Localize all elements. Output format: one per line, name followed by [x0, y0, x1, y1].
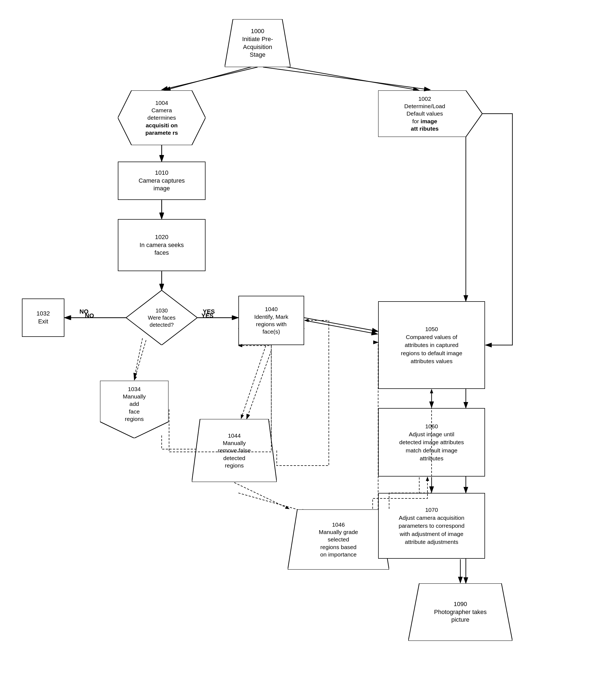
- node-1034-id: 1034: [128, 385, 141, 393]
- node-1030: 1030 Were facesdetected?: [126, 290, 197, 345]
- node-1044-label: Manuallyremove falsedetectedregions: [218, 439, 251, 469]
- label-yes: YES: [201, 312, 213, 319]
- node-1020-id: 1020: [155, 233, 169, 241]
- node-1004-label: Cameradeterminesacquisiti onparamete rs: [145, 106, 178, 136]
- node-1020-label: In camera seeksfaces: [140, 241, 184, 257]
- node-1050-id: 1050: [425, 325, 438, 333]
- node-1070-label: Adjust camera acquisitionparameters to c…: [399, 514, 464, 546]
- node-1034: 1034 Manuallyaddfaceregions: [100, 381, 169, 438]
- node-1044: 1044 Manuallyremove falsedetectedregions: [192, 419, 277, 482]
- node-1070: 1070 Adjust camera acquisitionparameters…: [378, 493, 485, 559]
- svg-line-38: [241, 346, 266, 419]
- node-1032: 1032 Exit: [22, 299, 64, 337]
- svg-line-28: [263, 67, 430, 90]
- node-1040: 1040 Identify, Markregions withface(s): [238, 296, 304, 345]
- node-1090: 1090 Photographer takespicture: [408, 583, 512, 641]
- svg-line-36: [134, 340, 146, 380]
- node-1046-id: 1046: [332, 521, 345, 528]
- node-1040-id: 1040: [265, 305, 278, 313]
- node-1044-id: 1044: [228, 432, 241, 439]
- node-1030-label: Were facesdetected?: [148, 314, 176, 328]
- node-1030-id: 1030: [155, 307, 168, 314]
- node-1050-label: Compared values ofattributes in captured…: [401, 333, 462, 365]
- svg-line-2: [164, 65, 258, 91]
- node-1004: 1004 Cameradeterminesacquisiti onparamet…: [118, 91, 206, 145]
- node-1010-label: Camera capturesimage: [139, 177, 185, 193]
- svg-line-27: [162, 67, 258, 90]
- node-1032-label: Exit: [38, 318, 48, 326]
- node-1034-label: Manuallyaddfaceregions: [123, 393, 146, 423]
- node-1000: 1000 Initiate Pre-AcquisitionStage: [225, 19, 290, 67]
- node-1046: 1046 Manually gradeselectedregions based…: [288, 509, 389, 570]
- node-1050: 1050 Compared values ofattributes in cap…: [378, 301, 485, 389]
- node-1020: 1020 In camera seeksfaces: [118, 219, 206, 271]
- svg-line-3: [277, 65, 419, 91]
- node-1004-id: 1004: [155, 99, 168, 106]
- label-no: NO: [85, 312, 94, 319]
- node-1060-label: Adjust image untildetected image attribu…: [399, 430, 464, 462]
- svg-line-15: [247, 351, 271, 419]
- node-1010: 1010 Camera capturesimage: [118, 161, 206, 200]
- svg-line-39: [234, 482, 289, 509]
- node-1060: 1060 Adjust image untildetected image at…: [378, 408, 485, 477]
- node-1046-label: Manually gradeselectedregions basedon im…: [319, 528, 358, 558]
- node-1002: 1002 Determine/LoadDefault valuesfor ima…: [378, 91, 482, 137]
- node-1032-id: 1032: [37, 310, 50, 318]
- node-1040-label: Identify, Markregions withface(s): [254, 313, 288, 335]
- node-1000-id: 1000: [251, 27, 264, 35]
- node-1090-id: 1090: [454, 600, 467, 608]
- node-1002-label: Determine/LoadDefault valuesfor imageatt…: [404, 102, 445, 132]
- svg-line-37: [305, 320, 378, 334]
- diagram-container: 1000 Initiate Pre-AcquisitionStage 1004 …: [0, 0, 599, 700]
- node-1010-id: 1010: [155, 169, 169, 177]
- node-1060-id: 1060: [425, 422, 438, 430]
- svg-line-10: [304, 318, 378, 331]
- node-1070-id: 1070: [425, 506, 438, 514]
- node-1090-label: Photographer takespicture: [434, 608, 487, 624]
- node-1000-label: Initiate Pre-AcquisitionStage: [242, 35, 273, 59]
- node-1002-id: 1002: [418, 95, 431, 102]
